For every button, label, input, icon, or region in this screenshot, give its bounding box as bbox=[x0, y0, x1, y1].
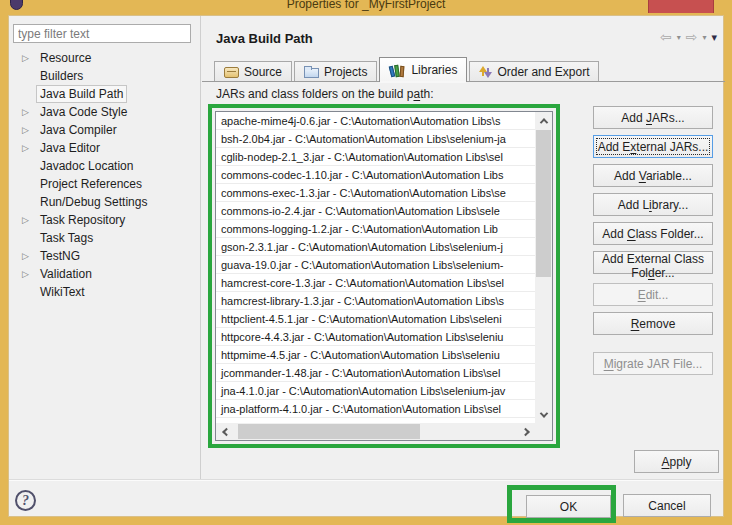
action-button[interactable]: Add Library... bbox=[593, 193, 713, 216]
help-icon: ? bbox=[22, 493, 29, 509]
folder-icon bbox=[304, 68, 319, 78]
tab-projects[interactable]: Projects bbox=[294, 61, 377, 82]
jar-list-item[interactable]: jcommander-1.48.jar - C:\Automation\Auto… bbox=[216, 364, 535, 382]
tree-item[interactable]: ▷ WikiText bbox=[9, 283, 199, 301]
help-button[interactable]: ? bbox=[15, 490, 36, 511]
back-icon[interactable]: ⇦ bbox=[660, 30, 672, 44]
jar-list-item[interactable]: jna-4.1.0.jar - C:\Automation\Automation… bbox=[216, 382, 535, 400]
properties-window: Properties for _MyFirstProject ▷ Resourc… bbox=[0, 0, 732, 525]
expand-arrow-icon[interactable]: ▷ bbox=[22, 107, 37, 117]
scrollbar-corner bbox=[535, 423, 552, 440]
action-button[interactable]: Migrate JAR File... bbox=[593, 352, 713, 375]
tree-item-label: Java Compiler bbox=[37, 122, 120, 138]
action-button[interactable]: Edit... bbox=[593, 283, 713, 306]
content-panel: Java Build Path ⇦ ▾ ⇨ ▾ ▾ Source Project… bbox=[202, 16, 725, 479]
settings-tree: ▷ Resource ▷ Builders ▷ Java Build Path … bbox=[9, 49, 199, 301]
jar-list-item[interactable]: gson-2.3.1.jar - C:\Automation\Automatio… bbox=[216, 238, 535, 256]
tree-item-label: TestNG bbox=[37, 248, 83, 264]
scroll-right-icon[interactable] bbox=[518, 423, 535, 440]
tab-label: Projects bbox=[324, 65, 367, 79]
tree-item[interactable]: ▷ Java Code Style bbox=[9, 103, 199, 121]
view-menu-icon[interactable]: ▾ bbox=[711, 31, 717, 44]
action-button[interactable]: Add JARs... bbox=[593, 106, 713, 129]
tree-item-label: Task Tags bbox=[37, 230, 96, 246]
tree-item-label: Javadoc Location bbox=[37, 158, 136, 174]
scroll-left-icon[interactable] bbox=[216, 423, 233, 440]
tab-source[interactable]: Source bbox=[214, 61, 292, 82]
filter-input[interactable] bbox=[13, 24, 191, 43]
tree-item[interactable]: ▷ Builders bbox=[9, 67, 199, 85]
tree-item[interactable]: ▷ Javadoc Location bbox=[9, 157, 199, 175]
tree-item[interactable]: ▷ Task Tags bbox=[9, 229, 199, 247]
jar-list-item[interactable]: jna-platform-4.1.0.jar - C:\Automation\A… bbox=[216, 400, 535, 418]
action-button[interactable]: Add Variable... bbox=[593, 164, 713, 187]
vertical-scrollbar[interactable] bbox=[535, 112, 552, 423]
tree-item[interactable]: ▷ TestNG bbox=[9, 247, 199, 265]
jar-list-item[interactable]: cglib-nodep-2.1_3.jar - C:\Automation\Au… bbox=[216, 148, 535, 166]
forward-icon[interactable]: ⇨ bbox=[686, 30, 698, 44]
footer-divider bbox=[9, 479, 723, 481]
expand-arrow-icon[interactable]: ▷ bbox=[22, 269, 37, 279]
cancel-button[interactable]: Cancel bbox=[623, 494, 711, 517]
action-button[interactable]: Add Class Folder... bbox=[593, 222, 713, 245]
history-nav: ⇦ ▾ ⇨ ▾ ▾ bbox=[660, 30, 717, 44]
tree-item-label: Builders bbox=[37, 68, 86, 84]
back-dropdown-icon[interactable]: ▾ bbox=[677, 33, 681, 42]
tab-bar: Source Projects Libraries Order and Expo… bbox=[214, 57, 725, 82]
expand-arrow-icon[interactable]: ▷ bbox=[22, 215, 37, 225]
jar-list-item[interactable]: commons-codec-1.10.jar - C:\Automation\A… bbox=[216, 166, 535, 184]
jar-list-item[interactable]: commons-io-2.4.jar - C:\Automation\Autom… bbox=[216, 202, 535, 220]
tree-item[interactable]: ▷ Resource bbox=[9, 49, 199, 67]
jar-list-item[interactable]: httpclient-4.5.1.jar - C:\Automation\Aut… bbox=[216, 310, 535, 328]
tree-item-label: Run/Debug Settings bbox=[37, 194, 150, 210]
scroll-up-icon[interactable] bbox=[535, 112, 552, 129]
expand-arrow-icon[interactable]: ▷ bbox=[22, 125, 37, 135]
jar-list-item[interactable]: hamcrest-library-1.3.jar - C:\Automation… bbox=[216, 292, 535, 310]
jar-list-item[interactable]: guava-19.0.jar - C:\Automation\Automatio… bbox=[216, 256, 535, 274]
order-export-icon bbox=[479, 65, 492, 79]
tab-libraries[interactable]: Libraries bbox=[379, 57, 467, 82]
jar-list-item[interactable]: httpcore-4.4.3.jar - C:\Automation\Autom… bbox=[216, 328, 535, 346]
jar-rows: apache-mime4j-0.6.jar - C:\Automation\Au… bbox=[216, 112, 535, 423]
tree-item-label: Java Code Style bbox=[37, 104, 130, 120]
ok-button[interactable]: OK bbox=[526, 495, 611, 518]
jar-list-item[interactable]: commons-logging-1.2.jar - C:\Automation\… bbox=[216, 220, 535, 238]
jar-list-item[interactable]: commons-exec-1.3.jar - C:\Automation\Aut… bbox=[216, 184, 535, 202]
tab-order-export[interactable]: Order and Export bbox=[469, 61, 599, 82]
action-button[interactable]: Add External JARs... bbox=[593, 135, 713, 158]
close-button[interactable] bbox=[648, 0, 714, 13]
vertical-scroll-thumb[interactable] bbox=[536, 130, 551, 277]
tree-item-label: Validation bbox=[37, 266, 95, 282]
jar-actions: Add JARs...Add External JARs...Add Varia… bbox=[593, 106, 713, 381]
horizontal-scroll-thumb[interactable] bbox=[238, 424, 420, 439]
tab-label: Libraries bbox=[411, 63, 457, 77]
tree-item[interactable]: ▷ Task Repository bbox=[9, 211, 199, 229]
tree-item[interactable]: ▷ Java Editor bbox=[9, 139, 199, 157]
tree-item[interactable]: ▷ Run/Debug Settings bbox=[9, 193, 199, 211]
horizontal-scrollbar[interactable] bbox=[216, 423, 535, 440]
action-button[interactable]: Add External Class Folder... bbox=[593, 251, 713, 274]
tree-item[interactable]: ▷ Validation bbox=[9, 265, 199, 283]
tree-item-label: Task Repository bbox=[37, 212, 128, 228]
expand-arrow-icon[interactable]: ▷ bbox=[22, 53, 37, 63]
tree-item-label: WikiText bbox=[37, 284, 88, 300]
jar-list-item[interactable]: hamcrest-core-1.3.jar - C:\Automation\Au… bbox=[216, 274, 535, 292]
scroll-down-icon[interactable] bbox=[535, 406, 552, 423]
apply-button[interactable]: Apply bbox=[634, 450, 719, 473]
tab-label: Source bbox=[244, 65, 282, 79]
forward-dropdown-icon[interactable]: ▾ bbox=[702, 33, 706, 42]
window-title: Properties for _MyFirstProject bbox=[0, 0, 732, 11]
jar-list-item[interactable]: apache-mime4j-0.6.jar - C:\Automation\Au… bbox=[216, 112, 535, 130]
title-bar: Properties for _MyFirstProject bbox=[0, 0, 732, 15]
tab-label: Order and Export bbox=[497, 65, 589, 79]
properties-dialog: ▷ Resource ▷ Builders ▷ Java Build Path … bbox=[8, 15, 724, 517]
tree-item[interactable]: ▷ Project References bbox=[9, 175, 199, 193]
tree-item[interactable]: ▷ Java Build Path bbox=[9, 85, 199, 103]
jar-list-item[interactable]: httpmime-4.5.jar - C:\Automation\Automat… bbox=[216, 346, 535, 364]
expand-arrow-icon[interactable]: ▷ bbox=[22, 251, 37, 261]
action-button[interactable]: Remove bbox=[593, 312, 713, 335]
tree-item-label: Project References bbox=[37, 176, 145, 192]
jar-list-item[interactable]: bsh-2.0b4.jar - C:\Automation\Automation… bbox=[216, 130, 535, 148]
tree-item[interactable]: ▷ Java Compiler bbox=[9, 121, 199, 139]
expand-arrow-icon[interactable]: ▷ bbox=[22, 143, 37, 153]
